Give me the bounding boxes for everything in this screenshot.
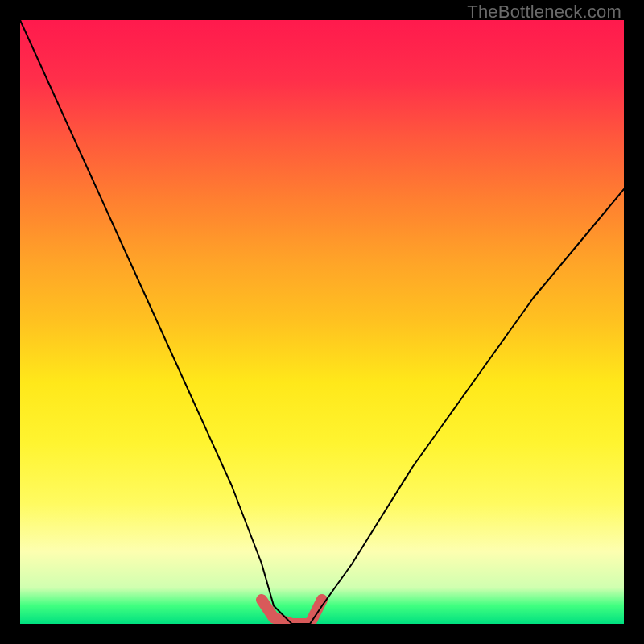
bottleneck-chart: TheBottleneck.com bbox=[0, 0, 644, 644]
plot-area bbox=[20, 20, 624, 624]
curve-path bbox=[20, 20, 624, 624]
chart-svg bbox=[20, 20, 624, 624]
